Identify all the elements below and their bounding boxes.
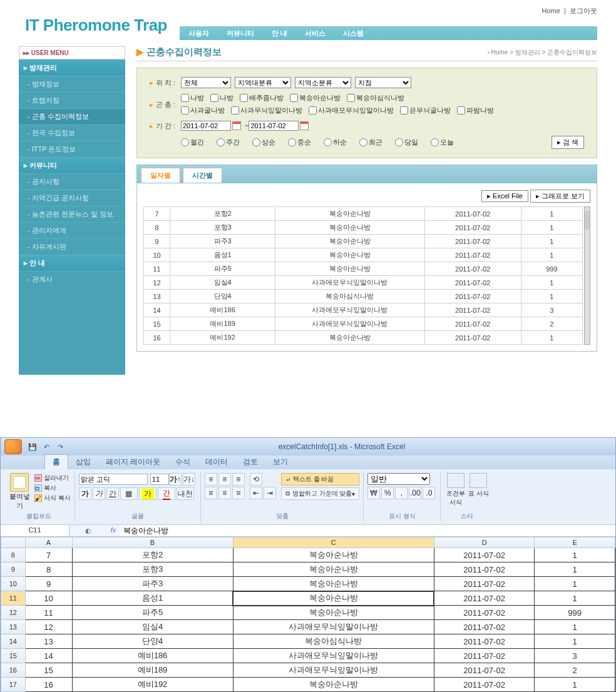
cell[interactable]: 사과애모무늬잎말이나방 (233, 663, 434, 678)
home-link[interactable]: Home (542, 7, 560, 14)
scrollbar[interactable] (584, 206, 590, 345)
comma-button[interactable]: , (395, 487, 408, 499)
redo-icon[interactable]: ↷ (54, 441, 66, 452)
row-header[interactable]: 15 (1, 649, 26, 663)
location-select[interactable]: 지역대분류 (235, 77, 291, 88)
insect-checkbox[interactable]: 파밤나방 (457, 106, 494, 115)
date-to-input[interactable] (249, 121, 299, 131)
increase-indent-button[interactable]: ⇥ (264, 487, 276, 499)
row-header[interactable]: 17 (1, 678, 26, 692)
cell[interactable]: 포항3 (72, 562, 233, 577)
cell[interactable]: 2011-07-02 (434, 663, 535, 678)
sidebar-item[interactable]: - ITTP 온도정보 (19, 141, 125, 157)
column-header[interactable]: B (72, 537, 233, 548)
cell[interactable]: 2011-07-02 (434, 620, 535, 634)
sidebar-item[interactable]: - 농촌관련 전문뉴스 및 정보 (19, 206, 125, 222)
cell[interactable]: 8 (25, 562, 72, 577)
sheet-row[interactable]: 1110음성1복숭아순나방2011-07-021 (1, 591, 615, 606)
orientation-button[interactable]: ⟲ (250, 473, 262, 486)
logout-link[interactable]: 로그아웃 (570, 7, 597, 14)
insect-checkbox[interactable]: 복숭아심식나방 (347, 93, 404, 103)
insect-checkbox[interactable]: 배추좀나방 (240, 93, 284, 103)
location-select[interactable]: 지역소분류 (295, 77, 351, 88)
ribbon-tab[interactable]: 삽입 (68, 455, 98, 469)
format-painter-button[interactable]: 🖌서식 복사 (34, 493, 71, 503)
shrink-font-button[interactable]: 가↓ (183, 473, 195, 486)
fill-color-button[interactable]: 가 (139, 487, 157, 500)
sidebar-group-pest[interactable]: ▸ 방재관리 (19, 59, 125, 76)
cell[interactable]: 14 (25, 649, 72, 663)
calendar-to-icon[interactable] (300, 121, 309, 130)
cell[interactable]: 예비192 (72, 678, 233, 692)
wrap-text-button[interactable]: ⤶텍스트 줄 바꿈 (281, 473, 360, 486)
align-center-button[interactable]: ≡ (218, 487, 231, 499)
cell[interactable]: 예비186 (72, 649, 233, 663)
save-icon[interactable]: 💾 (27, 441, 38, 452)
cell[interactable]: 복숭아순나방 (233, 606, 434, 620)
cell[interactable]: 3 (535, 649, 615, 663)
select-all-cell[interactable] (1, 537, 26, 548)
cell[interactable]: 1 (535, 577, 615, 591)
cell[interactable]: 임실4 (72, 620, 233, 634)
table-row[interactable]: 13단양4복숭아심식나방2011-07-021 (144, 290, 583, 303)
cell[interactable]: 파주5 (72, 606, 233, 620)
search-button[interactable]: ▸ 검 색 (552, 136, 584, 149)
grow-font-button[interactable]: 가↑ (169, 473, 182, 486)
table-row[interactable]: 9파주3복숭아순나방2011-07-021 (144, 235, 583, 248)
cell[interactable]: 사과애모무늬잎말이나방 (233, 649, 434, 663)
insect-checkbox[interactable]: 사과굴나방 (181, 106, 225, 115)
column-header[interactable]: A (25, 537, 72, 548)
cell[interactable]: 1 (535, 591, 615, 606)
sheet-row[interactable]: 1413단양4복숭아심식나방2011-07-021 (1, 634, 615, 649)
increase-decimal-button[interactable]: .00 (409, 487, 421, 499)
row-header[interactable]: 16 (1, 663, 26, 678)
sheet-row[interactable]: 98포항3복숭아순나방2011-07-021 (1, 562, 615, 577)
table-row[interactable]: 12임실4사과애모무늬잎말이나방2011-07-021 (144, 276, 583, 290)
column-header[interactable]: D (434, 537, 535, 548)
insect-checkbox[interactable]: 사과애모무늬잎말이나방 (309, 106, 394, 115)
date-from-input[interactable] (181, 121, 231, 131)
insect-checkbox[interactable]: 나방 (210, 93, 234, 103)
sheet-row[interactable]: 1312임실4사과애모무늬잎말이나방2011-07-021 (1, 620, 615, 634)
cell[interactable]: 9 (25, 577, 72, 591)
cell[interactable]: 예비189 (72, 663, 233, 678)
font-name-input[interactable] (79, 474, 148, 485)
decrease-indent-button[interactable]: ⇤ (250, 487, 262, 499)
sheet-row[interactable]: 87포항2복숭아순나방2011-07-021 (1, 548, 615, 562)
row-header[interactable]: 11 (1, 591, 26, 606)
align-top-left-button[interactable]: ≡ (205, 473, 217, 486)
align-right-button[interactable]: ≡ (232, 487, 245, 499)
cell[interactable]: 2011-07-02 (434, 548, 535, 562)
undo-icon[interactable]: ↶ (41, 441, 52, 452)
cell[interactable]: 11 (25, 606, 72, 620)
cell[interactable]: 2011-07-02 (434, 678, 535, 692)
row-header[interactable]: 10 (1, 577, 26, 591)
cell[interactable]: 2011-07-02 (434, 606, 535, 620)
cell[interactable]: 12 (25, 620, 72, 634)
sidebar-item[interactable]: - 관리자에게 (19, 222, 125, 238)
main-nav-item[interactable]: 커뮤니티 (218, 26, 263, 40)
insect-checkbox[interactable]: 사과무늬잎말이나방 (231, 106, 302, 115)
range-radio[interactable]: 하순 (324, 138, 347, 147)
formula-bar[interactable] (120, 525, 615, 536)
column-header[interactable]: C (233, 537, 434, 548)
font-color-button[interactable]: 간 (158, 487, 175, 500)
ribbon-tab[interactable]: 데이터 (198, 455, 235, 469)
sidebar-group-community[interactable]: ▸ 커뮤니티 (19, 157, 125, 173)
borders-button[interactable]: ▦ (120, 487, 138, 500)
sidebar-item[interactable]: - 자유게시판 (19, 238, 125, 255)
main-nav-item[interactable]: 시스템 (334, 26, 372, 40)
cell[interactable]: 2011-07-02 (434, 634, 535, 649)
sidebar-group-info[interactable]: ▸ 안 내 (19, 255, 125, 271)
sheet-row[interactable]: 109파주3복숭아순나방2011-07-021 (1, 577, 615, 591)
font-size-input[interactable] (150, 474, 169, 485)
paste-button[interactable]: 붙여넣기 (7, 473, 32, 511)
cell[interactable]: 복숭아심식나방 (233, 634, 434, 649)
office-button[interactable] (4, 439, 22, 454)
cell[interactable]: 사과애모무늬잎말이나방 (233, 620, 434, 634)
align-left-button[interactable]: ≡ (205, 487, 217, 499)
align-top-right-button[interactable]: ≡ (232, 473, 245, 486)
sheet-row[interactable]: 1716예비192복숭아순나방2011-07-021 (1, 678, 615, 692)
underline-button[interactable]: 간 (106, 487, 119, 500)
ribbon-tab[interactable]: 페이지 레이아웃 (98, 455, 168, 469)
